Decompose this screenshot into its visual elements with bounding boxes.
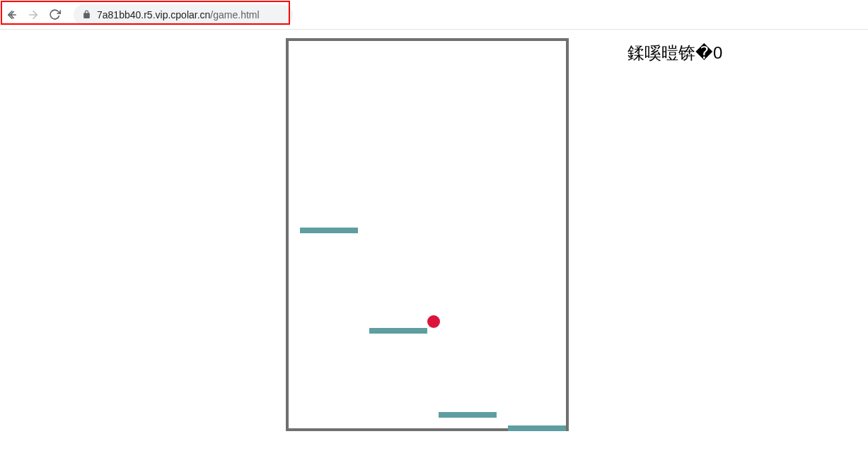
- platform: [369, 328, 427, 334]
- platform: [300, 228, 358, 233]
- back-button[interactable]: [6, 8, 18, 21]
- lock-icon: [82, 10, 91, 19]
- reload-button[interactable]: [48, 8, 61, 21]
- platform: [439, 412, 497, 418]
- game-canvas[interactable]: [286, 38, 569, 431]
- forward-button[interactable]: [27, 8, 40, 21]
- arrow-right-icon: [27, 8, 40, 21]
- address-bar[interactable]: 7a81bb40.r5.vip.cpolar.cn/game.html: [74, 4, 293, 25]
- url-path: /game.html: [210, 9, 259, 20]
- address-url: 7a81bb40.r5.vip.cpolar.cn/game.html: [97, 9, 260, 20]
- browser-toolbar: 7a81bb40.r5.vip.cpolar.cn/game.html: [0, 0, 868, 30]
- score-value: 0: [713, 43, 722, 62]
- platform: [508, 425, 566, 431]
- score-label-text: 鍒嗘暟锛�: [627, 43, 713, 62]
- url-host: 7a81bb40.r5.vip.cpolar.cn: [97, 9, 210, 20]
- score-display: 鍒嗘暟锛�0: [627, 42, 722, 64]
- reload-icon: [49, 8, 61, 20]
- page-body: 鍒嗘暟锛�0: [0, 30, 868, 470]
- player-ball: [427, 315, 440, 328]
- arrow-left-icon: [6, 8, 18, 21]
